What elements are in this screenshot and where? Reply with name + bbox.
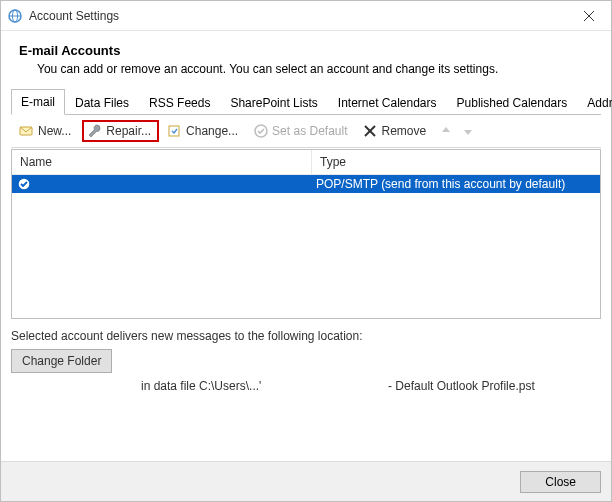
tab-published-calendars[interactable]: Published Calendars: [447, 90, 578, 115]
tab-rss-feeds[interactable]: RSS Feeds: [139, 90, 220, 115]
tab-email[interactable]: E-mail: [11, 89, 65, 115]
table-row[interactable]: POP/SMTP (send from this account by defa…: [12, 175, 600, 193]
location-label: Selected account delivers new messages t…: [11, 329, 601, 343]
toolbar: New... Repair... Change...: [11, 115, 601, 148]
svg-rect-6: [169, 126, 179, 136]
default-check-icon: [17, 177, 31, 191]
tabstrip: E-mail Data Files RSS Feeds SharePoint L…: [11, 88, 601, 115]
set-default-button: Set as Default: [249, 120, 354, 142]
arrow-down-icon: [462, 125, 474, 137]
tab-internet-calendars[interactable]: Internet Calendars: [328, 90, 447, 115]
close-icon: [584, 11, 594, 21]
move-down-button: [459, 123, 477, 139]
row-type: POP/SMTP (send from this account by defa…: [312, 177, 600, 191]
wrench-icon: [87, 123, 103, 139]
app-icon: [7, 8, 23, 24]
location-prefix: in data file C:\Users\...': [141, 379, 261, 393]
list-header: Name Type: [12, 150, 600, 175]
change-icon: [167, 123, 183, 139]
new-button[interactable]: New...: [15, 120, 78, 142]
window-title: Account Settings: [29, 9, 119, 23]
account-settings-window: Account Settings E-mail Accounts You can…: [0, 0, 612, 502]
list-body: POP/SMTP (send from this account by defa…: [12, 175, 600, 318]
tab-data-files[interactable]: Data Files: [65, 90, 139, 115]
remove-label: Remove: [381, 123, 426, 139]
repair-label: Repair...: [106, 123, 151, 139]
location-line: in data file C:\Users\...' - Default Out…: [141, 379, 601, 393]
new-label: New...: [38, 123, 71, 139]
column-header-name[interactable]: Name: [12, 150, 312, 174]
repair-button[interactable]: Repair...: [82, 120, 159, 142]
remove-x-icon: [362, 123, 378, 139]
location-section: Selected account delivers new messages t…: [11, 319, 601, 393]
change-label: Change...: [186, 123, 238, 139]
arrow-up-icon: [440, 125, 452, 137]
heading-title: E-mail Accounts: [19, 43, 593, 58]
tab-sharepoint-lists[interactable]: SharePoint Lists: [220, 90, 327, 115]
change-button[interactable]: Change...: [163, 120, 245, 142]
location-suffix: - Default Outlook Profile.pst: [388, 379, 535, 393]
heading: E-mail Accounts You can add or remove an…: [1, 31, 611, 88]
account-list: Name Type POP/SMTP (send from this: [11, 149, 601, 319]
remove-button[interactable]: Remove: [358, 120, 433, 142]
set-default-label: Set as Default: [272, 123, 347, 139]
titlebar: Account Settings: [1, 1, 611, 31]
column-header-type[interactable]: Type: [312, 150, 600, 174]
close-button[interactable]: Close: [520, 471, 601, 493]
move-up-button: [437, 123, 455, 139]
window-close-button[interactable]: [567, 1, 611, 31]
tab-address-books[interactable]: Address Books: [577, 90, 612, 115]
dialog-footer: Close: [1, 461, 611, 501]
heading-description: You can add or remove an account. You ca…: [37, 62, 593, 76]
change-folder-button[interactable]: Change Folder: [11, 349, 112, 373]
check-circle-icon: [253, 123, 269, 139]
mail-new-icon: [19, 123, 35, 139]
